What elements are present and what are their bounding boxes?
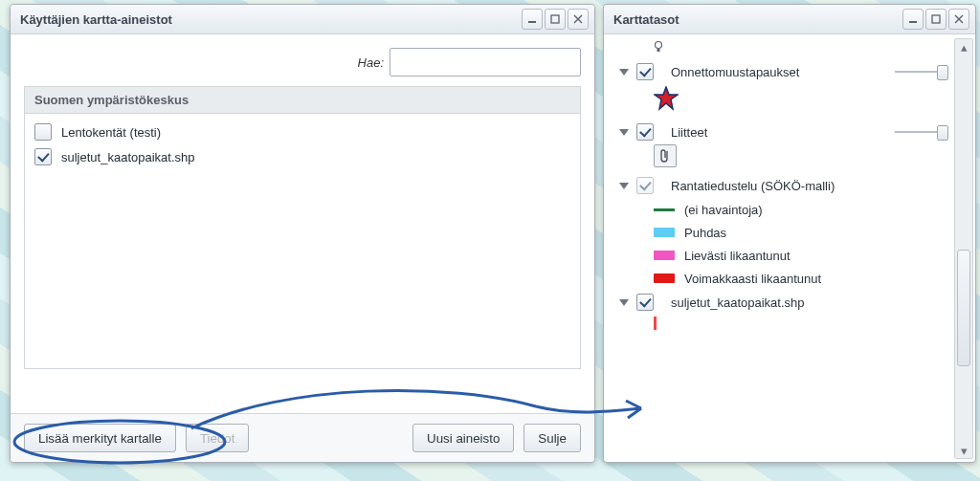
layer-tree: Onnettomuustapaukset Liitteet Rantatiedu… [612, 38, 954, 459]
panel-title: Karttatasot [613, 12, 901, 27]
scroll-down-icon[interactable]: ▾ [955, 443, 972, 458]
layer-rantatiedustelu[interactable]: Rantatiedustelu (SÖKÖ-malli) [612, 173, 954, 198]
legend-swatch [654, 208, 675, 211]
legend-puhdas: Puhdas [612, 221, 954, 244]
new-dataset-button[interactable]: Uusi aineisto [412, 424, 514, 452]
dataset-label: suljetut_kaatopaikat.shp [61, 150, 194, 164]
opacity-slider[interactable] [895, 67, 948, 77]
checkbox[interactable] [636, 123, 654, 141]
checkbox[interactable] [34, 148, 52, 165]
dataset-group-header: Suomen ympäristökeskus [24, 86, 581, 114]
close-button[interactable] [948, 9, 969, 30]
expand-icon[interactable] [619, 183, 629, 189]
svg-rect-1 [551, 15, 559, 23]
minimize-button[interactable] [522, 9, 543, 30]
layer-liitteet[interactable]: Liitteet [612, 120, 954, 144]
search-label: Hae: [358, 55, 384, 70]
close-button[interactable] [568, 9, 589, 30]
info-button: Tiedot [186, 424, 250, 452]
layer-suljetut-kaatopaikat[interactable]: suljetut_kaatopaikat.shp [612, 290, 954, 315]
opacity-slider[interactable] [895, 127, 948, 137]
layer-symbol [654, 317, 657, 330]
scroll-thumb[interactable] [957, 250, 970, 366]
checkbox[interactable] [636, 294, 654, 311]
layer-label: Liitteet [671, 125, 707, 140]
legend-label: Lievästi likaantunut [684, 249, 791, 263]
panel-title: Käyttäjien kartta-aineistot [20, 12, 520, 27]
star-icon [654, 86, 679, 111]
scroll-up-icon[interactable]: ▴ [955, 39, 972, 55]
dataset-item-suljetut[interactable]: suljetut_kaatopaikat.shp [29, 144, 576, 169]
layer-label: suljetut_kaatopaikat.shp [671, 295, 804, 310]
svg-rect-0 [528, 21, 536, 23]
svg-marker-6 [655, 87, 678, 109]
search-input[interactable] [390, 48, 581, 77]
layer-label: Rantatiedustelu (SÖKÖ-malli) [671, 179, 835, 193]
user-map-data-header[interactable]: Käyttäjien kartta-aineistot [11, 5, 594, 34]
map-layers-panel: Karttatasot Onnettomuustapaukset Liittee… [603, 4, 976, 463]
lightbulb-icon [654, 38, 954, 55]
legend-swatch [654, 228, 675, 237]
svg-rect-5 [657, 49, 660, 52]
legend-swatch [654, 251, 675, 260]
button-row: Lisää merkityt kartalle Tiedot Uusi aine… [11, 413, 594, 462]
checkbox[interactable] [34, 123, 52, 141]
legend-swatch [654, 273, 675, 283]
expand-icon[interactable] [619, 299, 629, 306]
maximize-button[interactable] [925, 9, 947, 30]
legend-label: (ei havaintoja) [684, 203, 763, 217]
legend-label: Puhdas [684, 226, 726, 240]
checkbox[interactable] [636, 177, 654, 194]
map-layers-header[interactable]: Karttatasot [604, 5, 975, 34]
legend-lievasti: Lievästi likaantunut [612, 244, 954, 267]
minimize-button[interactable] [902, 9, 924, 30]
paperclip-icon [654, 144, 677, 167]
scrollbar[interactable]: ▴ ▾ [954, 38, 973, 459]
layer-onnettomuustapaukset[interactable]: Onnettomuustapaukset [612, 59, 954, 84]
dataset-label: Lentokentät (testi) [61, 125, 161, 140]
legend-ei-havaintoja: (ei havaintoja) [612, 198, 954, 221]
svg-point-4 [656, 42, 662, 49]
add-selected-button[interactable]: Lisää merkityt kartalle [24, 424, 176, 452]
maximize-button[interactable] [545, 9, 566, 30]
svg-rect-3 [932, 15, 940, 23]
legend-voimakkaasti: Voimakkaasti likaantunut [612, 267, 954, 290]
dataset-list: Lentokentät (testi) suljetut_kaatopaikat… [24, 114, 581, 369]
user-map-data-panel: Käyttäjien kartta-aineistot Hae: Suomen … [10, 4, 595, 463]
layer-label: Onnettomuustapaukset [671, 65, 799, 79]
close-panel-button[interactable]: Sulje [523, 424, 581, 452]
expand-icon[interactable] [619, 69, 629, 76]
checkbox[interactable] [636, 63, 654, 80]
legend-label: Voimakkaasti likaantunut [684, 272, 821, 286]
svg-rect-2 [909, 21, 917, 23]
expand-icon[interactable] [619, 129, 629, 136]
dataset-item-lentokentat[interactable]: Lentokentät (testi) [29, 120, 576, 144]
